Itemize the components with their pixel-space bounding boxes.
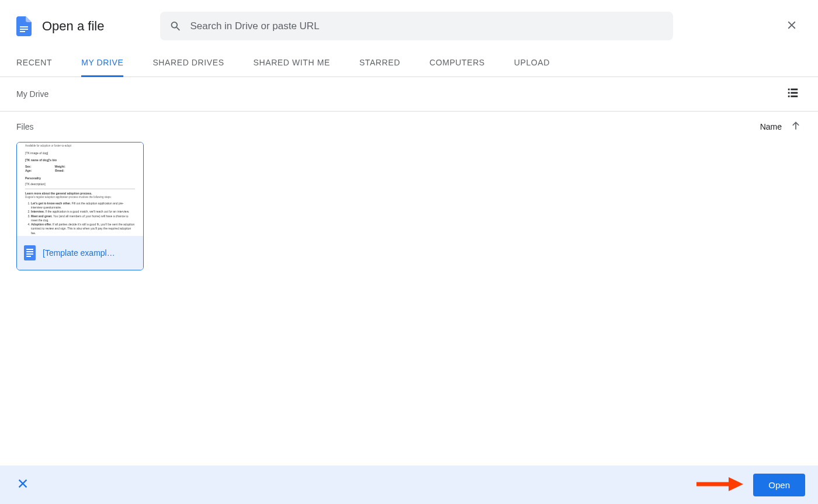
files-header-row: Files Name	[0, 112, 818, 140]
svg-rect-2	[20, 31, 25, 32]
thumb-text: [TK image of dog]	[25, 151, 135, 155]
thumb-text: Age: Breed:	[25, 169, 135, 173]
file-name: [Template exampl…	[43, 248, 115, 258]
sort-by-label: Name	[760, 122, 782, 131]
tab-upload[interactable]: UPLOAD	[514, 58, 550, 77]
file-card-footer: [Template exampl…	[17, 236, 143, 270]
file-thumbnail: Available for adoption or foster-to-adop…	[17, 142, 143, 236]
close-icon	[785, 19, 798, 32]
open-button[interactable]: Open	[753, 474, 805, 496]
docs-icon	[16, 16, 32, 36]
svg-rect-9	[24, 245, 36, 260]
thumb-text: Learn more about the general adoption pr…	[25, 192, 135, 196]
tab-my-drive[interactable]: MY DRIVE	[81, 58, 123, 77]
sort-control[interactable]: Name	[760, 120, 802, 134]
tab-shared-with-me[interactable]: SHARED WITH ME	[254, 58, 330, 77]
tab-starred[interactable]: STARRED	[359, 58, 400, 77]
svg-rect-1	[20, 29, 28, 30]
svg-rect-11	[26, 251, 33, 252]
doc-icon	[24, 245, 36, 260]
sort-direction-button[interactable]	[790, 120, 802, 134]
svg-rect-4	[791, 89, 798, 91]
tab-shared-drives[interactable]: SHARED DRIVES	[152, 58, 224, 77]
files-grid: Available for adoption or foster-to-adop…	[0, 140, 818, 273]
thumb-text: [TK description]	[25, 182, 135, 186]
svg-rect-6	[791, 92, 798, 94]
svg-rect-0	[20, 26, 28, 27]
thumb-text: [TK name of dog]'s bio	[25, 158, 135, 162]
tabs-bar: RECENT MY DRIVE SHARED DRIVES SHARED WIT…	[0, 58, 818, 77]
svg-rect-13	[26, 256, 31, 257]
svg-rect-3	[788, 89, 790, 91]
svg-rect-8	[791, 96, 798, 98]
dialog-header: Open a file	[0, 0, 818, 47]
list-view-button[interactable]	[784, 84, 802, 104]
arrow-up-icon	[790, 120, 802, 131]
tab-recent[interactable]: RECENT	[16, 58, 52, 77]
file-card[interactable]: Available for adoption or foster-to-adop…	[16, 142, 144, 270]
svg-rect-5	[788, 92, 790, 94]
bottom-action-bar: Open	[0, 465, 818, 504]
svg-rect-10	[26, 249, 33, 250]
list-view-icon	[786, 86, 799, 99]
thumb-text: Personality	[25, 176, 135, 180]
svg-rect-7	[788, 96, 790, 98]
search-icon	[169, 20, 182, 33]
cancel-button[interactable]	[13, 474, 33, 496]
close-icon	[16, 477, 29, 490]
files-section-label: Files	[16, 122, 34, 131]
thumb-text: Let's get to know each other. Let's get …	[25, 201, 135, 236]
search-box[interactable]	[160, 12, 673, 40]
svg-rect-12	[26, 253, 33, 255]
search-input[interactable]	[190, 20, 664, 32]
dialog-title: Open a file	[42, 19, 104, 34]
close-button[interactable]	[782, 15, 802, 37]
thumb-text: Sex: Weight:	[25, 165, 135, 169]
tab-computers[interactable]: COMPUTERS	[429, 58, 485, 77]
breadcrumb[interactable]: My Drive	[16, 89, 48, 99]
location-row: My Drive	[0, 77, 818, 112]
